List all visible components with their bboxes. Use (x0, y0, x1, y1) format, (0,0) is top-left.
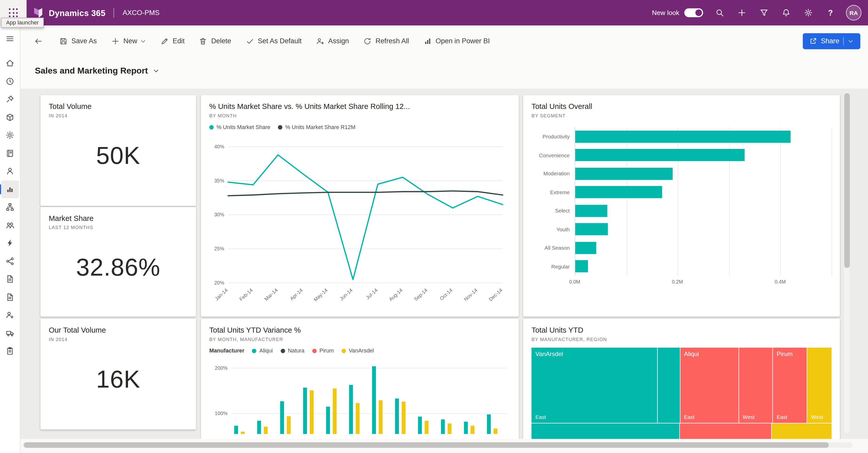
open-in-power-bi-button[interactable]: Open in Power BI (417, 33, 496, 49)
sidebar-item-products[interactable] (1, 108, 19, 126)
card-our-total-volume[interactable]: Our Total Volume IN 2014 16K (40, 319, 196, 429)
legend-dot (209, 125, 214, 129)
new-look-toggle[interactable] (684, 8, 703, 17)
bar-convenience[interactable] (575, 149, 745, 161)
card-total-units-ytd[interactable]: Total Units YTD BY MANUFACTURER, REGION … (523, 319, 840, 439)
variance-legend: ManufacturerAliquiNaturaPirumVanArsdel (209, 348, 510, 354)
command-label: New (123, 37, 137, 45)
nav-toggle-button[interactable] (1, 30, 19, 47)
horizontal-scrollbar-track[interactable] (23, 442, 852, 448)
treemap-block-central[interactable]: Central (680, 423, 771, 439)
treemap-manufacturer-label: Pirum (777, 350, 803, 357)
settings-button[interactable] (797, 0, 819, 26)
refresh-icon (364, 37, 372, 45)
sidebar-item-home[interactable] (1, 54, 19, 72)
legend-title: Manufacturer (209, 348, 244, 354)
sidebar-item-recent[interactable] (1, 72, 19, 90)
horizontal-scrollbar[interactable] (20, 439, 868, 453)
card-market-share[interactable]: Market Share LAST 12 MONTHS 32.86% (40, 207, 196, 317)
topbar: App launcher Dynamics 365 AXCO-PMS New l… (0, 0, 868, 26)
sidebar-item-settings[interactable] (1, 126, 19, 144)
title-chevron-icon[interactable] (153, 67, 160, 74)
chevron-down-icon[interactable] (848, 38, 854, 44)
search-icon (715, 8, 724, 17)
help-button[interactable]: ? (819, 0, 841, 26)
sidebar-item-activities[interactable] (1, 234, 19, 252)
units-ytd-treemap[interactable]: VanArsdelEastAliquiEastWestPirumEastWest… (531, 348, 832, 439)
save-icon (59, 37, 68, 45)
share-button[interactable]: Share (803, 33, 860, 49)
sidebar-item-org-chart[interactable] (1, 198, 19, 216)
sidebar-item-notes[interactable] (1, 144, 19, 162)
treemap-block-block[interactable] (531, 423, 679, 439)
new-button[interactable]: New (105, 33, 152, 49)
add-button[interactable] (731, 0, 753, 26)
card-subtitle: IN 2014 (49, 113, 188, 119)
bar-select[interactable] (575, 205, 608, 217)
waffle-icon (9, 8, 18, 17)
kpi-value: 32.86% (49, 254, 188, 281)
horizontal-scrollbar-thumb[interactable] (24, 442, 829, 448)
sidebar-item-leads[interactable] (1, 306, 19, 324)
edit-button[interactable]: Edit (155, 33, 191, 49)
set-as-default-button[interactable]: Set As Default (240, 33, 308, 49)
delete-button[interactable]: Delete (193, 33, 237, 49)
axis-tick-label: 0.4M (775, 279, 786, 285)
sidebar-item-shipments[interactable] (1, 324, 19, 342)
treemap-block-west[interactable]: West (807, 348, 832, 423)
treemap-block-west[interactable]: West (739, 348, 772, 423)
card-total-volume[interactable]: Total Volume IN 2014 50K (40, 95, 196, 206)
bar-extreme[interactable] (575, 186, 662, 198)
sidebar-items (1, 54, 19, 360)
avatar[interactable]: RA (846, 5, 861, 21)
sidebar-item-contacts[interactable] (1, 162, 19, 180)
command-label: Set As Default (258, 37, 302, 45)
sidebar-item-accounts[interactable] (1, 216, 19, 234)
card-total-units-overall[interactable]: Total Units Overall BY SEGMENT Productiv… (523, 95, 840, 317)
variance-bar-chart[interactable]: 100%200% (209, 361, 510, 436)
filter-icon (760, 8, 769, 17)
bar-moderation[interactable] (575, 167, 673, 180)
treemap-block-vanarsdel[interactable]: VanArsdelEast (531, 348, 657, 423)
segment-bar-chart[interactable]: ProductivityConvenienceModerationExtreme… (531, 127, 832, 288)
screen: App launcher Dynamics 365 AXCO-PMS New l… (0, 0, 868, 453)
kpi-value: 16K (49, 365, 188, 393)
treemap-region-label: West (743, 414, 769, 420)
card-market-share-trend[interactable]: % Units Market Share vs. % Units Market … (201, 95, 519, 317)
market-share-line-chart[interactable]: 20%25%30%35%40%Jan-14Feb-14Mar-14Apr-14M… (209, 135, 510, 304)
app-name[interactable]: AXCO-PMS (123, 9, 160, 17)
sidebar-item-orders[interactable] (1, 270, 19, 288)
command-label: Edit (173, 37, 185, 45)
vertical-scrollbar[interactable] (844, 92, 850, 433)
refresh-all-button[interactable]: Refresh All (358, 33, 415, 49)
bar-row (575, 201, 832, 220)
settings-icon (804, 8, 813, 17)
sidebar-item-tasks[interactable] (1, 342, 19, 360)
treemap-block-pirum[interactable]: PirumEast (773, 348, 807, 423)
bar-regular[interactable] (575, 260, 588, 272)
sidebar-item-pinned[interactable] (1, 90, 19, 108)
card-ytd-variance[interactable]: Total Units YTD Variance % BY MONTH, MAN… (201, 319, 519, 439)
bar-all-season[interactable] (575, 242, 596, 254)
sidebar-item-invoices[interactable] (1, 288, 19, 306)
help-icon: ? (828, 8, 833, 17)
svg-text:Jul-14: Jul-14 (365, 287, 378, 300)
assign-button[interactable]: Assign (310, 33, 355, 49)
bar-productivity[interactable] (575, 131, 790, 143)
back-button[interactable] (28, 33, 49, 49)
treemap-region-label: West (811, 414, 830, 420)
save-as-button[interactable]: Save As (53, 33, 103, 49)
filter-button[interactable] (753, 0, 775, 26)
notifications-button[interactable] (775, 0, 797, 26)
treemap-block-block[interactable] (658, 348, 680, 423)
command-label: Open in Power BI (436, 37, 490, 45)
legend-item: Pirum (312, 348, 334, 354)
topbar-divider (114, 8, 114, 18)
bar-youth[interactable] (575, 223, 608, 235)
treemap-block-central[interactable]: Central (772, 423, 832, 439)
treemap-block-aliqui[interactable]: AliquiEast (680, 348, 738, 423)
search-button[interactable] (709, 0, 731, 26)
vertical-scrollbar-thumb[interactable] (844, 93, 850, 268)
sidebar-item-dashboards[interactable] (1, 180, 19, 198)
sidebar-item-social[interactable] (1, 252, 19, 270)
